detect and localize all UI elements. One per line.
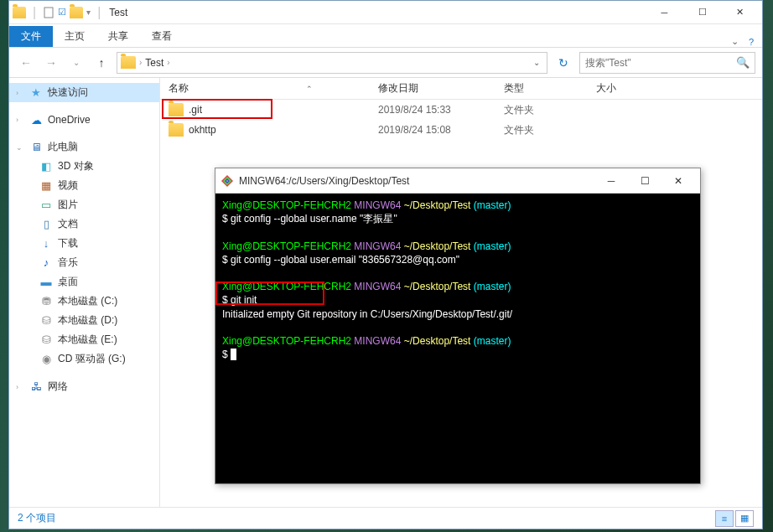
sidebar-item-videos[interactable]: ▦视频 xyxy=(9,176,159,195)
titlebar-quickaccess-toolbar: | ☑ ▾ | xyxy=(13,5,104,20)
tab-share[interactable]: 共享 xyxy=(96,26,140,47)
breadcrumb-dropdown[interactable]: ⌄ xyxy=(530,58,543,67)
video-icon: ▦ xyxy=(39,179,53,193)
close-button[interactable]: ✕ xyxy=(721,1,759,24)
terminal-blank xyxy=(222,321,693,334)
sidebar-item-music[interactable]: ♪音乐 xyxy=(9,253,159,272)
terminal-blank xyxy=(222,225,693,239)
file-row[interactable]: .git 2019/8/24 15:33 文件夹 xyxy=(160,100,762,120)
file-type: 文件夹 xyxy=(504,123,596,137)
close-button[interactable]: ✕ xyxy=(661,169,695,193)
terminal-window: MINGW64:/c/Users/Xing/Desktop/Test ─ ☐ ✕… xyxy=(215,168,701,484)
help-icon[interactable]: ? xyxy=(749,37,754,47)
sidebar-item-cd-g[interactable]: ◉CD 驱动器 (G:) xyxy=(9,349,159,369)
network-icon: 🖧 xyxy=(29,380,43,394)
column-date[interactable]: 修改日期 xyxy=(378,81,504,96)
minimize-button[interactable]: ─ xyxy=(646,1,683,24)
tab-view[interactable]: 查看 xyxy=(140,26,184,47)
up-button[interactable]: ↑ xyxy=(91,53,112,73)
checkmark-icon: ☑ xyxy=(58,7,66,18)
star-icon: ★ xyxy=(29,86,43,100)
search-input[interactable] xyxy=(585,57,736,69)
download-icon: ↓ xyxy=(39,237,53,251)
folder-icon xyxy=(169,103,184,116)
sidebar-item-disk-e[interactable]: ⛁本地磁盘 (E:) xyxy=(9,330,159,349)
status-text: 2 个项目 xyxy=(18,511,56,525)
window-controls: ─ ☐ ✕ xyxy=(646,1,759,24)
folder-icon xyxy=(13,7,26,18)
maximize-button[interactable]: ☐ xyxy=(628,169,661,193)
file-type: 文件夹 xyxy=(504,103,596,117)
back-button[interactable]: ← xyxy=(16,53,36,73)
mingw-logo-icon xyxy=(220,174,234,188)
sidebar-item-pictures[interactable]: ▭图片 xyxy=(9,195,159,214)
terminal-prompt-cursor: $ xyxy=(222,348,693,361)
cd-icon: ◉ xyxy=(39,353,53,366)
column-size[interactable]: 大小 xyxy=(596,81,663,96)
chevron-right-icon[interactable]: › xyxy=(139,58,142,67)
sidebar-item-downloads[interactable]: ↓下载 xyxy=(9,234,159,253)
recent-dropdown[interactable]: ⌄ xyxy=(66,53,86,73)
sidebar-item-documents[interactable]: ▯文档 xyxy=(9,214,159,234)
folder-icon xyxy=(169,123,184,137)
folder-icon xyxy=(70,7,83,18)
terminal-title: MINGW64:/c/Users/Xing/Desktop/Test xyxy=(239,175,594,187)
sidebar-item-onedrive[interactable]: ›☁OneDrive xyxy=(9,111,159,129)
search-icon[interactable]: 🔍 xyxy=(736,56,750,69)
list-header: 名称⌃ 修改日期 类型 大小 xyxy=(160,78,762,100)
file-date: 2019/8/24 15:08 xyxy=(378,124,504,136)
file-row[interactable]: okhttp 2019/8/24 15:08 文件夹 xyxy=(160,120,762,140)
forward-button[interactable]: → xyxy=(41,53,61,73)
file-name: okhttp xyxy=(189,124,378,136)
terminal-body[interactable]: Xing@DESKTOP-FEHCRH2 MINGW64 ~/Desktop/T… xyxy=(215,194,700,483)
refresh-button[interactable]: ↻ xyxy=(553,52,574,74)
cube-icon: ◧ xyxy=(39,160,53,173)
terminal-titlebar: MINGW64:/c/Users/Xing/Desktop/Test ─ ☐ ✕ xyxy=(215,168,700,194)
terminal-prompt: Xing@DESKTOP-FEHCRH2 MINGW64 ~/Desktop/T… xyxy=(222,240,693,253)
minimize-button[interactable]: ─ xyxy=(594,169,628,193)
disk-icon: ⛁ xyxy=(39,314,53,328)
disk-icon: ⛁ xyxy=(39,333,53,347)
breadcrumb-segment[interactable]: Test xyxy=(145,57,163,69)
sidebar: ›★快速访问 ›☁OneDrive ⌄🖥此电脑 ◧3D 对象 ▦视频 ▭图片 ▯… xyxy=(9,78,160,507)
sidebar-item-desktop[interactable]: ▬桌面 xyxy=(9,272,159,292)
sidebar-item-network[interactable]: ›🖧网络 xyxy=(9,377,159,396)
folder-icon xyxy=(121,56,136,69)
view-icons-button[interactable]: ▦ xyxy=(735,510,754,527)
search-box[interactable]: 🔍 xyxy=(579,52,755,74)
separator: | xyxy=(97,5,101,20)
maximize-button[interactable]: ☐ xyxy=(683,1,721,24)
titlebar: | ☑ ▾ | Test ─ ☐ ✕ xyxy=(9,1,762,24)
document-icon: ▯ xyxy=(39,218,53,231)
file-name: .git xyxy=(189,104,378,116)
view-details-button[interactable]: ≡ xyxy=(715,510,734,527)
terminal-prompt: Xing@DESKTOP-FEHCRH2 MINGW64 ~/Desktop/T… xyxy=(222,334,693,348)
file-date: 2019/8/24 15:33 xyxy=(378,104,504,116)
sidebar-item-thispc[interactable]: ⌄🖥此电脑 xyxy=(9,137,159,157)
terminal-command: $ git config --global user.email "836567… xyxy=(222,253,693,266)
terminal-controls: ─ ☐ ✕ xyxy=(594,169,695,193)
view-toggles: ≡ ▦ xyxy=(715,510,754,527)
ribbon-expand-icon[interactable]: ⌄ xyxy=(731,36,739,47)
sidebar-item-disk-d[interactable]: ⛁本地磁盘 (D:) xyxy=(9,311,159,330)
column-name[interactable]: 名称⌃ xyxy=(169,81,378,96)
desktop-icon: ▬ xyxy=(39,276,53,289)
sidebar-item-disk-c[interactable]: ⛃本地磁盘 (C:) xyxy=(9,292,159,311)
svg-rect-0 xyxy=(44,8,53,18)
picture-icon: ▭ xyxy=(39,199,53,212)
sort-indicator-icon: ⌃ xyxy=(306,85,313,93)
separator: | xyxy=(33,5,36,20)
sidebar-item-quickaccess[interactable]: ›★快速访问 xyxy=(9,83,159,102)
tab-file[interactable]: 文件 xyxy=(9,26,53,47)
breadcrumb[interactable]: › Test › ⌄ xyxy=(117,52,547,74)
chevron-right-icon[interactable]: › xyxy=(167,58,169,67)
dropdown-icon[interactable]: ▾ xyxy=(86,8,91,17)
ribbon-help: ⌄ ? xyxy=(723,36,762,47)
sidebar-item-3dobjects[interactable]: ◧3D 对象 xyxy=(9,157,159,176)
ribbon: 文件 主页 共享 查看 ⌄ ? xyxy=(9,24,762,48)
column-type[interactable]: 类型 xyxy=(504,81,596,96)
cloud-icon: ☁ xyxy=(29,113,43,127)
window-title: Test xyxy=(109,7,127,18)
tab-home[interactable]: 主页 xyxy=(53,26,96,47)
document-icon xyxy=(43,7,54,18)
